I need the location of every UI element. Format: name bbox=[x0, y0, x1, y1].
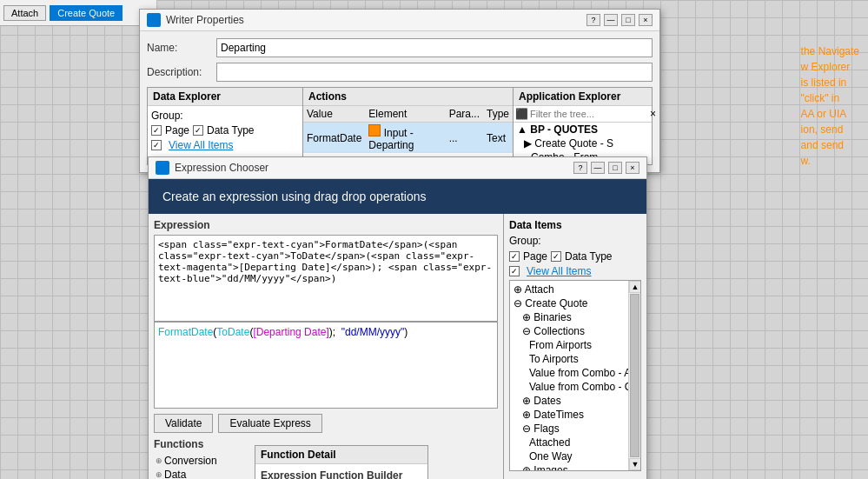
expr-minimize-button[interactable]: — bbox=[591, 162, 605, 174]
data-explorer-header: Data Explorer bbox=[148, 88, 302, 106]
cell-value: FormatDate bbox=[303, 123, 365, 154]
col-element: Element bbox=[365, 106, 445, 123]
checkboxes-row: Page Data Type bbox=[151, 124, 299, 136]
tree-node-create-quote[interactable]: ▶ Create Quote - S bbox=[514, 136, 652, 150]
tree-value-combo-a[interactable]: Value from Combo - A bbox=[512, 366, 639, 380]
view-all-link[interactable]: View All Items bbox=[169, 139, 233, 151]
data-items-group: Group: bbox=[509, 235, 641, 247]
tree-binaries[interactable]: ⊕ Binaries bbox=[512, 310, 639, 324]
expression-chooser-dialog: Expression Chooser ? — □ × Create an exp… bbox=[148, 156, 647, 479]
expr-chooser-title: Expression Chooser bbox=[175, 162, 268, 174]
validate-button[interactable]: Validate bbox=[154, 414, 213, 433]
data-explorer-body: Group: Page Data Type View All Items bbox=[148, 106, 302, 157]
actions-header-row: Value Element Para... Type bbox=[303, 106, 513, 123]
expr-close-button[interactable]: × bbox=[626, 162, 639, 174]
expand-icon: ⊕ bbox=[522, 395, 533, 407]
data-type-checkbox[interactable] bbox=[193, 125, 203, 136]
close-button[interactable]: × bbox=[639, 14, 653, 26]
actions-panel: Actions Value Element Para... Type Forma… bbox=[303, 87, 514, 165]
expr-chooser-titlebar: Expression Chooser ? — □ × bbox=[149, 157, 646, 179]
tree-flags[interactable]: ⊖ Flags bbox=[512, 422, 639, 436]
expand-icon: ⊖ bbox=[522, 422, 533, 435]
writer-props-titlebar: Writer Properties ? — □ × bbox=[140, 10, 659, 31]
view-all-checkbox[interactable] bbox=[151, 140, 162, 150]
expand-icon: ⊕ bbox=[522, 464, 533, 471]
filter-icon: ⬛ bbox=[515, 108, 528, 120]
expr-func-name: FormatDate bbox=[158, 326, 213, 338]
attach-button[interactable]: Attach bbox=[3, 5, 46, 21]
di-page-checkbox[interactable] bbox=[509, 251, 520, 262]
col-value: Value bbox=[303, 106, 365, 123]
expand-icon: ⊕ bbox=[514, 283, 525, 296]
description-label: Description: bbox=[147, 66, 216, 78]
table-row[interactable]: FormatDate Input - Departing ... Text bbox=[303, 123, 513, 154]
tree-one-way[interactable]: One Way bbox=[512, 449, 639, 463]
di-page-label: Page bbox=[523, 250, 547, 263]
maximize-button[interactable]: □ bbox=[621, 14, 635, 26]
name-label: Name: bbox=[147, 42, 216, 54]
tree-node-bp-quotes[interactable]: ▲ BP - QUOTES bbox=[514, 123, 652, 136]
tree-from-airports[interactable]: From Airports bbox=[512, 338, 639, 352]
expr-inner-func: ToDate bbox=[216, 326, 249, 338]
data-items-panel: Data Items Group: Page Data Type View Al… bbox=[503, 214, 646, 479]
function-detail-header: Function Detail bbox=[255, 446, 427, 464]
di-data-type-checkbox[interactable] bbox=[551, 251, 561, 262]
tree-attach[interactable]: ⊕ Attach bbox=[512, 283, 639, 296]
name-input[interactable] bbox=[216, 38, 653, 57]
minimize-button[interactable]: — bbox=[604, 14, 618, 26]
func-item-data[interactable]: ⊕ Data bbox=[154, 468, 249, 479]
view-all-row: View All Items bbox=[151, 139, 299, 151]
actions-table: Value Element Para... Type FormatDate In… bbox=[303, 106, 513, 153]
expression-display: FormatDate(ToDate([Departing Date]); "dd… bbox=[154, 322, 498, 409]
data-items-group-label: Group: bbox=[509, 235, 541, 247]
filter-input[interactable] bbox=[530, 109, 650, 119]
expression-editor[interactable]: <span class="expr-text-cyan">FormatDate<… bbox=[154, 235, 498, 322]
expr-semi: ); bbox=[329, 326, 335, 338]
filter-clear-icon[interactable]: × bbox=[650, 108, 656, 120]
description-input[interactable] bbox=[216, 63, 653, 82]
func-expand-icon: ⊕ bbox=[156, 470, 162, 479]
cell-type: Text bbox=[483, 123, 513, 154]
app-explorer-panel: Application Explorer ⬛ × ▲ BP - QUOTES ▶… bbox=[514, 87, 653, 165]
function-detail-body: Expression Function Builder Use this are… bbox=[255, 464, 427, 479]
tree-to-airports[interactable]: To Airports bbox=[512, 352, 639, 366]
tree-create-quote[interactable]: ⊖ Create Quote bbox=[512, 296, 639, 310]
writer-props-title: Writer Properties bbox=[166, 14, 244, 26]
tree-value-combo-c[interactable]: Value from Combo - C bbox=[512, 380, 639, 394]
expression-label: Expression bbox=[154, 219, 498, 231]
data-explorer-panel: Data Explorer Group: Page Data Type View… bbox=[147, 87, 303, 165]
tree-collections[interactable]: ⊖ Collections bbox=[512, 324, 639, 338]
expand-icon: ⊖ bbox=[522, 325, 533, 337]
writer-props-controls: ? — □ × bbox=[586, 14, 653, 26]
evaluate-button[interactable]: Evaluate Express bbox=[218, 414, 321, 433]
func-item-conversion[interactable]: ⊕ Conversion bbox=[154, 454, 249, 468]
create-quote-button[interactable]: Create Quote bbox=[50, 5, 123, 21]
func-detail-title: Expression Function Builder bbox=[261, 469, 422, 479]
tree-datetimes[interactable]: ⊕ DateTimes bbox=[512, 408, 639, 422]
writer-props-body: Name: Description: Data Explorer Group: … bbox=[140, 31, 659, 172]
expr-maximize-button[interactable]: □ bbox=[608, 162, 622, 174]
expr-format-str: "dd/MM/yyyy" bbox=[341, 326, 405, 338]
tree-scroll-down[interactable]: ▼ bbox=[629, 458, 641, 470]
functions-label: Functions bbox=[154, 438, 249, 450]
tree-scroll-thumb bbox=[630, 294, 639, 457]
toolbar: Attach Create Quote bbox=[0, 0, 156, 26]
tree-attached[interactable]: Attached bbox=[512, 436, 639, 449]
func-label: Conversion bbox=[164, 455, 217, 467]
help-button[interactable]: ? bbox=[586, 14, 600, 26]
tree-images[interactable]: ⊕ Images bbox=[512, 463, 639, 471]
expr-left-panel: Expression <span class="expr-text-cyan">… bbox=[149, 214, 503, 479]
expr-help-button[interactable]: ? bbox=[573, 162, 587, 174]
cell-para: ... bbox=[446, 123, 483, 154]
expr-banner: Create an expression using drag drop ope… bbox=[149, 179, 646, 214]
di-view-all-checkbox[interactable] bbox=[509, 266, 520, 276]
tree-dates[interactable]: ⊕ Dates bbox=[512, 394, 639, 408]
expand-icon: ⊕ bbox=[522, 311, 533, 323]
data-items-label: Data Items bbox=[509, 219, 641, 231]
cell-element: Input - Departing bbox=[365, 123, 445, 154]
name-row: Name: bbox=[147, 38, 653, 57]
app-explorer-header: Application Explorer bbox=[514, 88, 652, 106]
tree-scroll-up[interactable]: ▲ bbox=[629, 281, 641, 293]
page-checkbox[interactable] bbox=[151, 125, 162, 136]
di-view-all-link[interactable]: View All Items bbox=[527, 265, 591, 277]
